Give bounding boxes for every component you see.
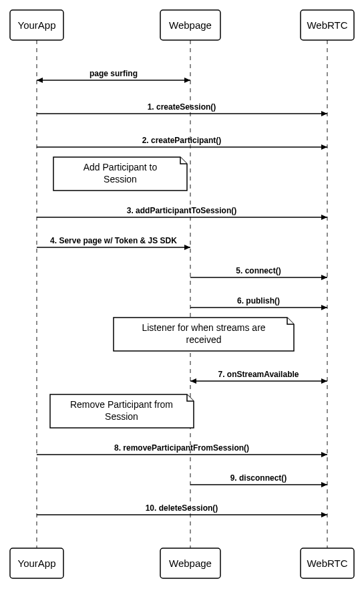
svg-text:received: received	[186, 334, 222, 345]
actor-yourapp-bottom-label: YourApp	[18, 558, 56, 569]
message-deletesession-label: 10. deleteSession()	[146, 503, 218, 513]
actor-webrtc-top-label: WebRTC	[307, 19, 347, 31]
actor-yourapp-top-label: YourApp	[18, 19, 56, 31]
message-serve-page-label: 4. Serve page w/ Token & JS SDK	[50, 236, 177, 245]
svg-text:Add Participant to: Add Participant to	[83, 162, 158, 172]
note-remove-participant: Remove Participant from Session	[50, 394, 194, 428]
actor-webpage-top-label: Webpage	[169, 19, 212, 31]
note-listener-streams: Listener for when streams are received	[114, 318, 294, 351]
message-removeparticipantfromsession-label: 8. removeParticipantFromSession()	[114, 443, 249, 453]
message-createparticipant-label: 2. createParticipant()	[142, 136, 222, 145]
svg-text:Session: Session	[104, 174, 137, 185]
message-connect-label: 5. connect()	[236, 266, 281, 275]
message-disconnect-label: 9. disconnect()	[230, 473, 287, 483]
message-onstreamavailable-label: 7. onStreamAvailable	[218, 370, 299, 379]
actor-webrtc-bottom-label: WebRTC	[307, 558, 347, 569]
svg-text:Remove Participant from: Remove Participant from	[70, 399, 173, 410]
actor-webpage-bottom-label: Webpage	[169, 558, 212, 569]
svg-text:Session: Session	[105, 411, 138, 422]
message-createsession-label: 1. createSession()	[148, 102, 216, 112]
svg-text:Listener for when streams are: Listener for when streams are	[142, 322, 265, 333]
note-add-participant: Add Participant to Session	[53, 157, 187, 191]
message-page-surfing-label: page surfing	[89, 69, 138, 78]
message-publish-label: 6. publish()	[237, 296, 280, 306]
message-addparticipanttosession-label: 3. addParticipantToSession()	[127, 206, 236, 215]
